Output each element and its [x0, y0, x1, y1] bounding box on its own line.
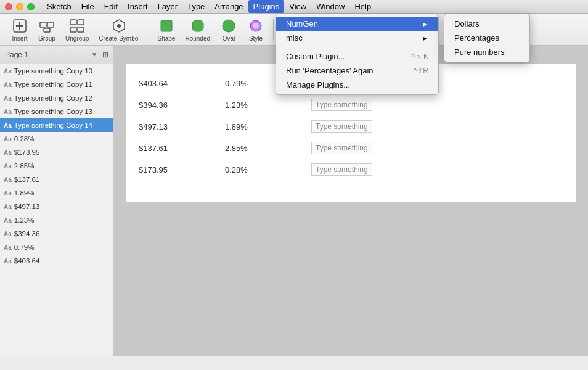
panel-item-label: $137.61 [14, 176, 40, 183]
plugins-menu-item-runpercentagesagain[interactable]: Run 'Percentages' Again^⇧R [276, 64, 438, 78]
panel-item[interactable]: Aa 0.28% [0, 132, 113, 146]
panel-add-icon[interactable]: ⊞ [102, 51, 108, 59]
percent-cell: 0.28% [225, 165, 311, 175]
svg-rect-8 [70, 27, 76, 32]
canvas-row: $173.95 0.28% Type something [139, 165, 563, 175]
close-button[interactable] [5, 3, 12, 10]
plugins-menu-item-misc[interactable]: misc► [276, 31, 438, 45]
shape-icon [158, 17, 175, 35]
menu-layer[interactable]: Layer [153, 0, 183, 13]
panel-item-label: $394.36 [14, 230, 40, 237]
menu-insert[interactable]: Insert [123, 0, 153, 13]
panel-item-label: $403.64 [14, 257, 40, 265]
menu-item-label: Manage Plugins... [286, 80, 350, 89]
layer-type-icon: Aa [4, 231, 12, 237]
panel-item[interactable]: Aa 1.23% [0, 213, 113, 227]
plugins-menu-item-manageplugins[interactable]: Manage Plugins... [276, 78, 438, 92]
panel-item[interactable]: Aa $137.61 [0, 173, 113, 186]
panel-item-label: Type something Copy 11 [14, 81, 92, 88]
panel-item[interactable]: Aa $497.13 [0, 200, 113, 213]
numgen-item-percentages[interactable]: Percentages [444, 31, 529, 45]
insert-icon [11, 17, 28, 35]
panel-item[interactable]: Aa 1.89% [0, 186, 113, 200]
group-button[interactable]: Group [35, 15, 59, 44]
menu-arrange[interactable]: Arrange [210, 0, 248, 13]
text-cell: Type something [311, 122, 435, 131]
text-cell: Type something [311, 101, 435, 110]
maximize-button[interactable] [27, 3, 35, 10]
group-icon [38, 17, 55, 35]
panel-item-label: Type something Copy 14 [14, 121, 92, 129]
menu-shortcut: ^⇧R [414, 67, 428, 75]
svg-rect-13 [192, 20, 203, 31]
panel-item-label: Type something Copy 12 [14, 94, 92, 102]
numgen-item-label: Dollars [454, 19, 479, 28]
menu-item-label: Run 'Percentages' Again [286, 66, 374, 75]
menu-separator [276, 47, 438, 47]
panel-header[interactable]: Page 1 ▼ ⊞ [0, 46, 113, 64]
layer-type-icon: Aa [4, 163, 12, 170]
layer-type-icon: Aa [4, 81, 12, 88]
ungroup-button[interactable]: Ungroup [62, 15, 92, 44]
layer-type-icon: Aa [4, 122, 12, 129]
minimize-button[interactable] [16, 3, 23, 10]
rounded-icon [189, 17, 206, 35]
panel-item-label: $497.13 [14, 203, 40, 210]
menu-sketch[interactable]: Sketch [42, 0, 76, 13]
panel-item[interactable]: Aa $403.64 [0, 254, 113, 268]
panel-item[interactable]: Aa Type something Copy 10 [0, 64, 113, 78]
ungroup-icon [68, 17, 86, 35]
panel-item[interactable]: Aa Type something Copy 13 [0, 105, 113, 118]
plugins-menu-item-customplugin[interactable]: Custom Plugin...^⌥K [276, 49, 438, 64]
toolbar-separator-1 [149, 18, 149, 41]
dollar-cell: $173.95 [139, 165, 225, 175]
layer-type-icon: Aa [4, 68, 12, 75]
panel-item[interactable]: Aa Type something Copy 12 [0, 91, 113, 105]
svg-rect-9 [78, 27, 84, 32]
toolbar-separator-2 [273, 18, 274, 41]
style-button[interactable]: Style [243, 15, 268, 44]
menu-edit[interactable]: Edit [99, 0, 123, 13]
symbol-icon [110, 17, 128, 35]
panel-item[interactable]: Aa 0.79% [0, 240, 113, 254]
menu-window[interactable]: Window [311, 0, 349, 13]
text-box[interactable]: Type something [311, 163, 372, 176]
plugins-menu-item-numgen[interactable]: NumGen► [276, 17, 438, 31]
text-box[interactable]: Type something [311, 120, 372, 133]
menu-file[interactable]: File [76, 0, 99, 13]
menu-view[interactable]: View [284, 0, 311, 13]
dollar-cell: $497.13 [139, 122, 225, 131]
text-box[interactable]: Type something [311, 142, 372, 154]
text-box[interactable]: Type something [311, 99, 372, 111]
create-symbol-button[interactable]: Create Symbol [95, 15, 143, 44]
layer-type-icon: Aa [4, 176, 12, 183]
left-panel: Page 1 ▼ ⊞ Aa Type something Copy 10Aa T… [0, 46, 114, 356]
numgen-item-dollars[interactable]: Dollars [444, 17, 529, 31]
canvas-row: $497.13 1.89% Type something [139, 122, 563, 131]
menu-type[interactable]: Type [182, 0, 210, 13]
insert-button[interactable]: Insert [7, 15, 32, 44]
panel-item[interactable]: Aa Type something Copy 14 [0, 118, 113, 132]
svg-rect-3 [40, 22, 46, 27]
panel-item[interactable]: Aa $394.36 [0, 227, 113, 240]
percent-cell: 1.23% [225, 101, 311, 110]
menu-plugins[interactable]: Plugins [248, 0, 285, 13]
rounded-button[interactable]: Rounded [181, 15, 214, 44]
svg-rect-6 [70, 20, 76, 25]
svg-point-11 [117, 24, 121, 28]
layer-type-icon: Aa [4, 258, 12, 265]
panel-item-label: 0.28% [14, 135, 35, 142]
numgen-item-pure-numbers[interactable]: Pure numbers [444, 45, 529, 59]
oval-button[interactable]: Oval [216, 15, 241, 44]
dollar-cell: $403.64 [139, 79, 225, 88]
menu-shortcut: ^⌥K [411, 52, 428, 61]
layer-type-icon: Aa [4, 244, 12, 251]
percent-cell: 1.89% [225, 122, 311, 131]
panel-item[interactable]: Aa 2.85% [0, 159, 113, 173]
menu-help[interactable]: Help [349, 0, 376, 13]
panel-dropdown-icon: ▼ [91, 51, 97, 58]
panel-item[interactable]: Aa $173.95 [0, 146, 113, 159]
svg-rect-4 [47, 22, 54, 27]
shape-button[interactable]: Shape [154, 15, 179, 44]
panel-item[interactable]: Aa Type something Copy 11 [0, 78, 113, 91]
